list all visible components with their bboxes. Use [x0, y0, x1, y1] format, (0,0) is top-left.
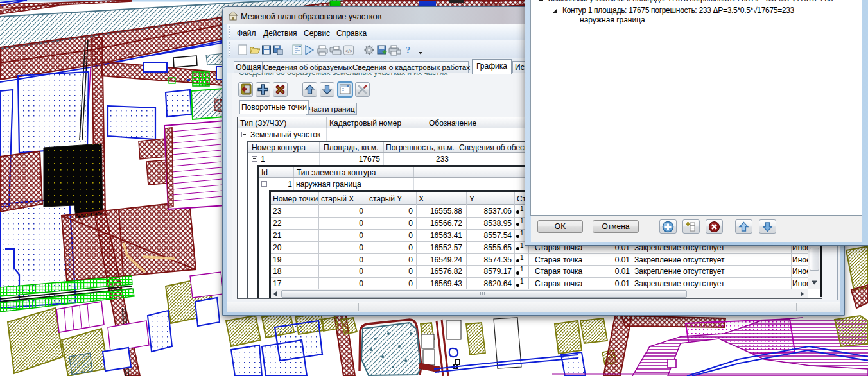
svg-text:</>: </> [345, 48, 353, 54]
svg-text:?: ? [406, 45, 411, 55]
